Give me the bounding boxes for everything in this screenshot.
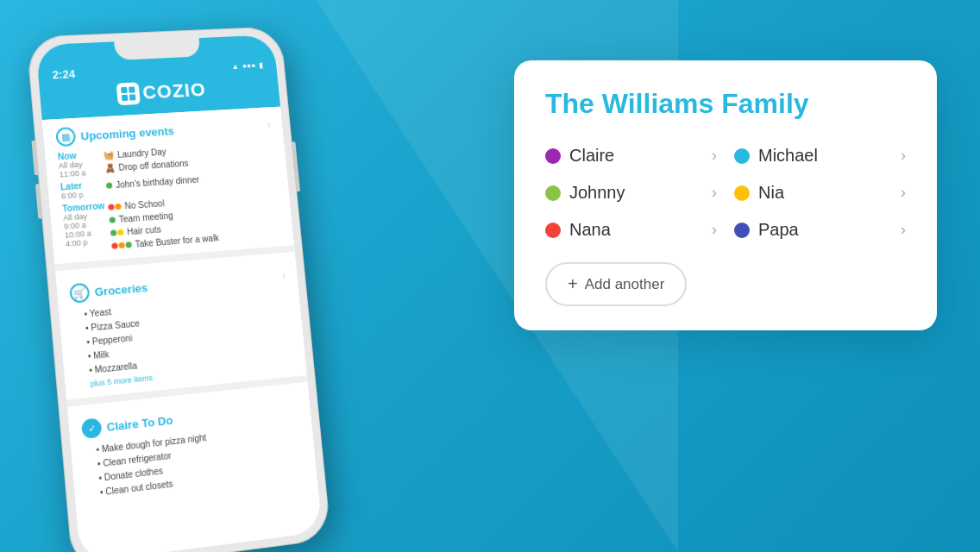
johnny-dot bbox=[545, 185, 561, 201]
signal-icon: ●●● bbox=[242, 61, 256, 70]
member-papa[interactable]: Papa › bbox=[734, 218, 906, 242]
nia-chevron: › bbox=[901, 184, 906, 202]
michael-chevron: › bbox=[901, 147, 906, 165]
battery-icon: ▮ bbox=[259, 60, 264, 69]
nana-chevron: › bbox=[712, 221, 717, 239]
svg-rect-0 bbox=[121, 87, 128, 93]
laundry-icon: 🧺 bbox=[103, 148, 114, 162]
papa-chevron: › bbox=[901, 221, 906, 239]
member-johnny-left: Johnny bbox=[545, 183, 625, 203]
member-papa-left: Papa bbox=[734, 220, 799, 240]
cozi-logo-icon bbox=[116, 82, 140, 105]
member-michael[interactable]: Michael › bbox=[734, 144, 906, 167]
events-chevron: › bbox=[267, 119, 271, 131]
dot2 bbox=[115, 204, 122, 210]
member-claire[interactable]: Claire › bbox=[545, 144, 717, 167]
phone-status-icons: ▲ ●●● ▮ bbox=[231, 60, 263, 70]
dot5 bbox=[111, 242, 118, 249]
birthday-dot bbox=[106, 182, 113, 188]
papa-dot bbox=[734, 223, 750, 238]
dot6 bbox=[118, 242, 125, 249]
add-another-button[interactable]: + Add another bbox=[545, 262, 687, 306]
add-plus-icon: + bbox=[568, 274, 578, 294]
dot4 bbox=[117, 229, 124, 236]
claire-name: Claire bbox=[569, 146, 614, 166]
birthday-label: John's birthday dinner bbox=[116, 173, 200, 191]
family-card: The Williams Family Claire › Michael › J… bbox=[514, 60, 937, 330]
phone-screen: 2:24 ▲ ●●● ▮ bbox=[35, 34, 322, 552]
buster-dots bbox=[111, 242, 132, 249]
add-another-label: Add another bbox=[585, 276, 665, 293]
todo-check-icon: ✓ bbox=[81, 417, 103, 439]
member-michael-left: Michael bbox=[734, 146, 818, 166]
nia-dot bbox=[734, 185, 750, 201]
groceries-chevron: › bbox=[281, 270, 286, 282]
michael-dot bbox=[734, 148, 750, 164]
groceries-title: Groceries bbox=[94, 280, 148, 298]
member-nia-left: Nia bbox=[734, 183, 784, 203]
member-nia[interactable]: Nia › bbox=[734, 181, 906, 204]
cart-icon: 🛒 bbox=[69, 283, 91, 304]
noschool-dots bbox=[108, 204, 122, 210]
michael-name: Michael bbox=[758, 146, 818, 166]
family-title: The Williams Family bbox=[545, 88, 906, 120]
members-grid: Claire › Michael › Johnny › Nia bbox=[545, 144, 906, 242]
member-claire-left: Claire bbox=[545, 146, 614, 166]
nana-name: Nana bbox=[569, 220, 611, 240]
phone-time: 2:24 bbox=[52, 67, 76, 81]
cozi-logo: COZIO bbox=[116, 78, 206, 105]
member-johnny[interactable]: Johnny › bbox=[545, 181, 717, 204]
papa-name: Papa bbox=[758, 220, 799, 240]
dot1 bbox=[108, 204, 115, 210]
nana-dot bbox=[545, 223, 561, 238]
events-title: Upcoming events bbox=[80, 124, 175, 142]
phone-content: ▦ Upcoming events › Now All day 11:00 a bbox=[42, 107, 323, 552]
svg-rect-2 bbox=[122, 95, 129, 101]
johnny-name: Johnny bbox=[569, 183, 625, 203]
now-time2: 11:00 a bbox=[59, 167, 105, 179]
member-nana[interactable]: Nana › bbox=[545, 218, 717, 242]
todo-title: Claire To Do bbox=[106, 413, 173, 434]
dot7 bbox=[125, 242, 132, 248]
svg-rect-1 bbox=[129, 86, 135, 92]
claire-dot bbox=[545, 148, 561, 164]
app-name: COZIO bbox=[141, 78, 207, 104]
claire-chevron: › bbox=[712, 147, 717, 165]
phone-button-power bbox=[292, 141, 301, 191]
phone-button-volume-down bbox=[35, 184, 42, 219]
wifi-icon: ▲ bbox=[231, 61, 239, 70]
dot3 bbox=[110, 229, 117, 236]
haircuts-dots bbox=[110, 229, 124, 236]
johnny-chevron: › bbox=[712, 184, 717, 202]
phone-mockup: 2:24 ▲ ●●● ▮ bbox=[26, 25, 367, 552]
phone-button-volume-up bbox=[31, 141, 38, 175]
member-nana-left: Nana bbox=[545, 220, 611, 240]
svg-rect-3 bbox=[129, 94, 135, 100]
calendar-icon: ▦ bbox=[55, 127, 76, 147]
nia-name: Nia bbox=[758, 183, 784, 203]
donations-icon: 🧸 bbox=[104, 161, 116, 175]
teammeeting-dot bbox=[109, 216, 116, 223]
